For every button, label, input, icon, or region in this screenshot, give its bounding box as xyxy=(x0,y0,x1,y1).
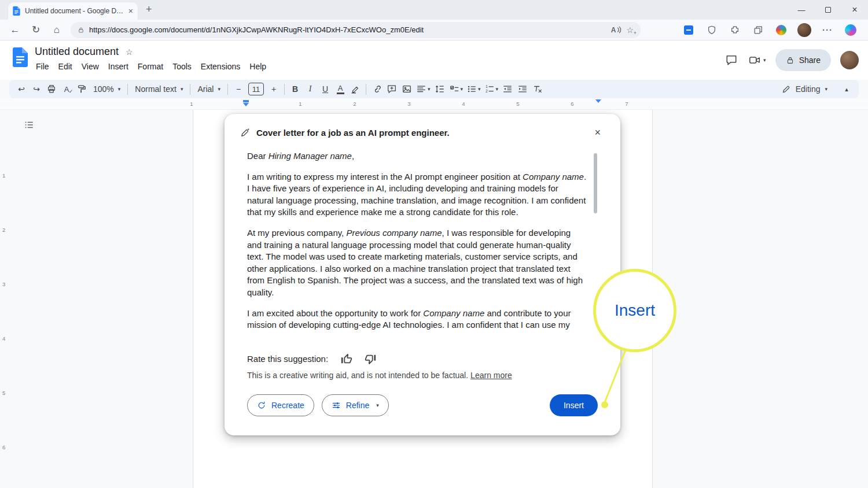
align-button[interactable]: ▾ xyxy=(414,82,432,97)
left-indent-marker[interactable] xyxy=(242,100,249,106)
chevron-down-icon: ▾ xyxy=(763,58,766,63)
hide-menus-button[interactable]: ▴ xyxy=(839,82,854,97)
line-spacing-button[interactable] xyxy=(432,82,447,97)
insert-image-button[interactable] xyxy=(399,82,414,97)
text-color-button[interactable]: A xyxy=(333,82,348,97)
toolbar-separator xyxy=(227,84,228,95)
minimize-button[interactable]: — xyxy=(788,0,815,20)
menu-edit[interactable]: Edit xyxy=(54,60,77,73)
svg-text:1: 1 xyxy=(486,84,488,88)
star-document-icon[interactable]: ☆ xyxy=(126,47,133,57)
ruler-number: 2 xyxy=(353,101,356,107)
undo-button[interactable]: ↩ xyxy=(14,82,29,97)
letter-paragraph: I am writing to express my interest in t… xyxy=(247,171,587,219)
disclaimer: This is a creative writing aid, and is n… xyxy=(247,371,512,380)
dialog-buttons: Recreate Refine ▾ Insert xyxy=(247,394,598,416)
extensions-puzzle-icon[interactable] xyxy=(728,23,742,37)
increase-indent-button[interactable] xyxy=(515,82,530,97)
italic-button[interactable]: I xyxy=(303,82,318,97)
favorites-star-icon[interactable]: ☆+ xyxy=(626,25,634,35)
docs-logo[interactable] xyxy=(13,47,28,67)
browser-menu-icon[interactable]: ··· xyxy=(821,23,834,37)
extension-color-icon[interactable] xyxy=(774,23,788,37)
recreate-button[interactable]: Recreate xyxy=(247,394,314,416)
add-comment-button[interactable] xyxy=(384,82,399,97)
checklist-button[interactable]: ▾ xyxy=(447,82,465,97)
close-window-button[interactable]: × xyxy=(841,0,868,20)
back-button[interactable]: ← xyxy=(5,21,25,39)
maximize-icon xyxy=(825,7,831,13)
shield-icon[interactable] xyxy=(705,23,719,37)
style-select[interactable]: Normal text▾ xyxy=(131,82,187,97)
address-bar[interactable]: https://docs.google.com/document/d/1nNGX… xyxy=(71,22,641,38)
font-size-increase-button[interactable]: + xyxy=(266,82,281,97)
menu-extensions[interactable]: Extensions xyxy=(196,60,245,73)
print-button[interactable] xyxy=(44,82,59,97)
spell-check-button[interactable]: A✓ xyxy=(59,82,74,97)
underline-button[interactable]: U xyxy=(318,82,333,97)
thumbs-up-button[interactable] xyxy=(340,352,353,365)
comment-history-icon[interactable] xyxy=(724,53,739,68)
pencil-icon xyxy=(782,84,791,94)
ruler-number: 1 xyxy=(2,172,5,179)
redo-button[interactable]: ↪ xyxy=(29,82,44,97)
help-me-write-dialog: Cover letter for a job as an AI prompt e… xyxy=(225,114,620,435)
insert-link-button[interactable] xyxy=(369,82,384,97)
toolbar-separator xyxy=(366,84,366,95)
chevron-down-icon: ▾ xyxy=(428,87,431,92)
copilot-icon[interactable] xyxy=(844,23,858,37)
ruler-number: 3 xyxy=(2,281,5,287)
docs-header: Untitled document ☆ FileEditViewInsertFo… xyxy=(0,40,868,80)
read-aloud-icon[interactable]: A xyxy=(611,26,622,34)
document-outline-button[interactable] xyxy=(21,117,37,133)
dialog-scrollbar[interactable] xyxy=(594,153,597,213)
new-tab-button[interactable]: + xyxy=(146,3,152,16)
account-avatar[interactable] xyxy=(840,51,859,69)
home-button[interactable]: ⌂ xyxy=(46,21,67,39)
video-call-button[interactable]: ▾ xyxy=(748,54,766,66)
ruler-number: 6 xyxy=(2,444,5,450)
url-text[interactable]: https://docs.google.com/document/d/1nNGX… xyxy=(89,25,606,34)
refine-button[interactable]: Refine ▾ xyxy=(322,394,389,416)
refresh-button[interactable]: ↻ xyxy=(25,21,46,39)
font-select[interactable]: Arial▾ xyxy=(193,82,225,97)
browser-profile-avatar[interactable] xyxy=(797,23,811,37)
chevron-down-icon: ▾ xyxy=(376,402,379,408)
decrease-indent-button[interactable] xyxy=(500,82,515,97)
site-security-icon[interactable] xyxy=(78,27,84,34)
docs-header-right: ▾ Share xyxy=(724,47,859,73)
menu-format[interactable]: Format xyxy=(133,60,168,73)
bulleted-list-button[interactable]: ▾ xyxy=(465,82,483,97)
chevron-down-icon: ▾ xyxy=(478,87,481,92)
ruler-number: 4 xyxy=(462,101,465,107)
numbered-list-button[interactable]: 12▾ xyxy=(483,82,501,97)
thumbs-down-button[interactable] xyxy=(363,352,377,365)
insert-button[interactable]: Insert xyxy=(550,394,598,416)
menu-help[interactable]: Help xyxy=(245,60,271,73)
recreate-refresh-icon xyxy=(257,401,266,410)
maximize-button[interactable] xyxy=(815,0,841,20)
highlight-color-button[interactable] xyxy=(348,82,363,97)
document-title[interactable]: Untitled document xyxy=(35,46,119,58)
callout-label: Insert xyxy=(615,301,655,320)
browser-tab[interactable]: Untitled document - Google Docs × xyxy=(8,2,138,20)
close-dialog-icon[interactable]: × xyxy=(594,127,601,138)
paint-format-button[interactable] xyxy=(74,82,89,97)
collections-icon[interactable] xyxy=(751,23,765,37)
font-size-decrease-button[interactable]: − xyxy=(231,82,246,97)
learn-more-link[interactable]: Learn more xyxy=(470,371,512,380)
font-size-input[interactable]: 11 xyxy=(248,83,264,95)
clear-formatting-button[interactable] xyxy=(530,82,545,97)
share-button[interactable]: Share xyxy=(775,49,831,71)
menu-file[interactable]: File xyxy=(31,60,54,73)
zoom-select[interactable]: 100%▾ xyxy=(89,82,124,97)
menu-insert[interactable]: Insert xyxy=(104,60,133,73)
menu-view[interactable]: View xyxy=(77,60,104,73)
magic-pencil-icon xyxy=(240,127,251,138)
bold-button[interactable]: B xyxy=(288,82,303,97)
editing-mode-button[interactable]: Editing▾ xyxy=(776,82,833,97)
tab-close-icon[interactable]: × xyxy=(128,7,133,15)
rate-label: Rate this suggestion: xyxy=(247,354,328,364)
blue-tool-icon[interactable] xyxy=(682,23,696,37)
menu-tools[interactable]: Tools xyxy=(168,60,196,73)
